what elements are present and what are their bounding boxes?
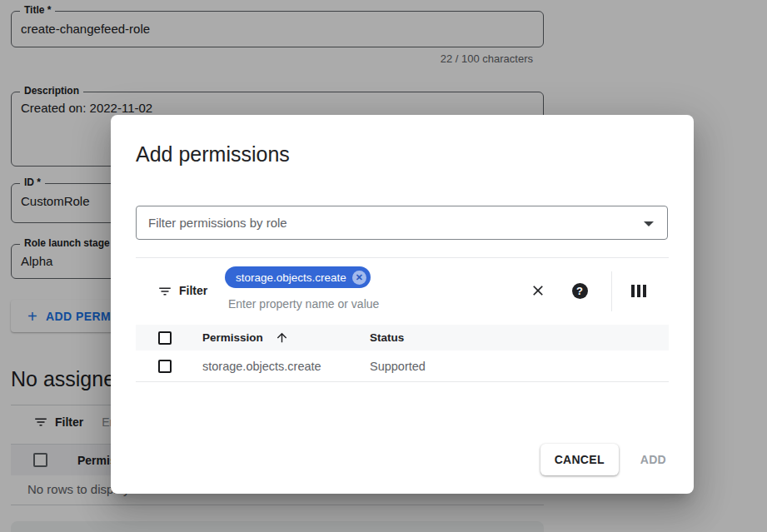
close-icon — [530, 282, 546, 299]
row-status: Supported — [370, 360, 669, 373]
cancel-button[interactable]: CANCEL — [540, 444, 619, 475]
filter-input[interactable]: Enter property name or value — [228, 297, 379, 311]
dialog-actions: CANCEL ADD — [540, 444, 666, 475]
divider — [611, 271, 612, 311]
row-permission: storage.objects.create — [202, 360, 370, 373]
sort-ascending-icon[interactable] — [275, 331, 289, 345]
role-filter-placeholder: Filter permissions by role — [148, 216, 287, 230]
columns-icon — [631, 285, 646, 297]
column-display-button[interactable] — [630, 281, 648, 300]
permissions-table-header: Permission Status — [136, 325, 669, 351]
column-permission[interactable]: Permission — [202, 331, 263, 344]
table-row[interactable]: storage.objects.create Supported — [136, 351, 669, 382]
chip-remove-icon[interactable]: ✕ — [352, 271, 366, 285]
filter-chip[interactable]: storage.objects.create ✕ — [225, 266, 371, 288]
permissions-filter-bar: Filter storage.objects.create ✕ Enter pr… — [136, 257, 669, 325]
filter-chip-text: storage.objects.create — [236, 271, 346, 284]
chevron-down-icon — [644, 221, 654, 226]
help-icon: ? — [572, 283, 588, 299]
add-permissions-dialog: Add permissions Filter permissions by ro… — [111, 115, 694, 494]
row-checkbox[interactable] — [158, 360, 172, 373]
select-all-checkbox[interactable] — [158, 331, 172, 345]
filter-icon — [157, 284, 172, 299]
add-button[interactable]: ADD — [640, 453, 666, 466]
help-button[interactable]: ? — [570, 281, 589, 300]
column-status[interactable]: Status — [370, 331, 669, 344]
dialog-title: Add permissions — [136, 142, 290, 167]
filter-label: Filter — [179, 284, 207, 297]
filter-permissions-by-role-select[interactable]: Filter permissions by role — [136, 206, 668, 240]
create-role-page: Title * create-changefeed-role 22 / 100 … — [0, 0, 767, 532]
clear-filters-button[interactable] — [529, 281, 547, 300]
permissions-table: Permission Status storage.objects.create… — [136, 325, 669, 382]
